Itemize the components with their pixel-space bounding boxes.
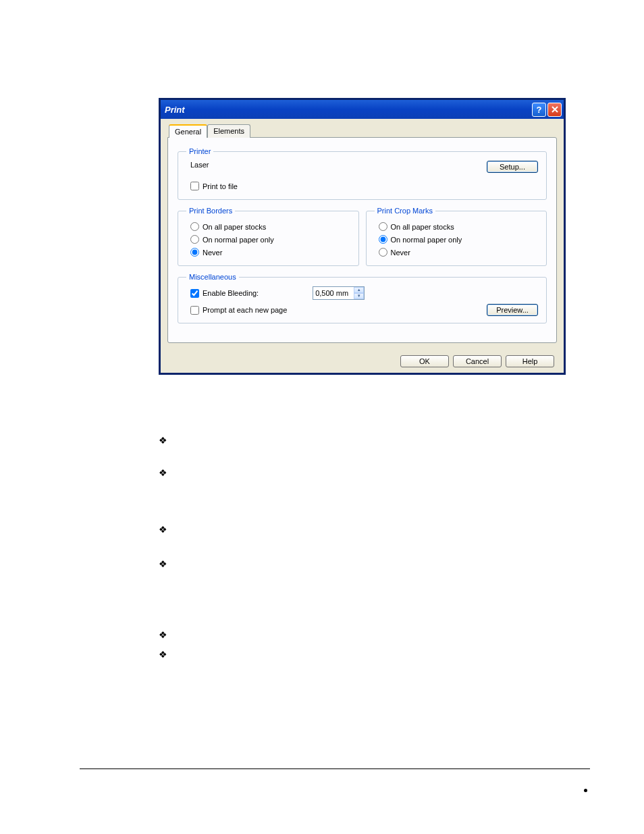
print-borders-legend: Print Borders bbox=[186, 207, 235, 215]
borders-radio-never-input[interactable] bbox=[190, 248, 199, 257]
tab-general[interactable]: General bbox=[169, 124, 207, 138]
print-crop-group: Print Crop Marks On all paper stocks On … bbox=[366, 207, 547, 266]
spinner-up-icon[interactable]: ▲ bbox=[354, 287, 364, 293]
dialog-title: Print bbox=[165, 105, 531, 115]
print-to-file-row[interactable]: Print to file bbox=[186, 180, 538, 192]
bullet-icon: ❖ bbox=[159, 558, 172, 569]
borders-radio-all[interactable]: On all paper stocks bbox=[186, 220, 350, 233]
printer-name: Laser bbox=[190, 161, 209, 169]
tab-elements[interactable]: Elements bbox=[207, 124, 250, 138]
crop-radio-all[interactable]: On all paper stocks bbox=[375, 220, 539, 233]
borders-radio-normal[interactable]: On normal paper only bbox=[186, 233, 350, 246]
enable-bleeding-checkbox[interactable] bbox=[190, 289, 199, 298]
bleed-input[interactable] bbox=[313, 289, 354, 297]
bullet-icon: ❖ bbox=[159, 629, 172, 640]
borders-radio-never[interactable]: Never bbox=[186, 246, 350, 259]
bleed-spinner-buttons: ▲ ▼ bbox=[354, 287, 364, 299]
borders-radio-all-input[interactable] bbox=[190, 222, 199, 231]
tab-bar: General Elements bbox=[167, 124, 557, 138]
printer-legend: Printer bbox=[186, 147, 213, 155]
bullet-icon: ❖ bbox=[159, 435, 172, 446]
crop-radio-never[interactable]: Never bbox=[375, 246, 539, 259]
bleed-spinner[interactable]: ▲ ▼ bbox=[313, 286, 365, 300]
print-borders-group: Print Borders On all paper stocks On nor… bbox=[178, 207, 359, 266]
print-dialog: Print ? General Elements Printer Laser S… bbox=[159, 98, 566, 375]
print-to-file-checkbox[interactable] bbox=[190, 182, 199, 190]
print-crop-legend: Print Crop Marks bbox=[375, 207, 436, 215]
bullet-icon: ❖ bbox=[159, 524, 172, 535]
prompt-label: Prompt at each new page bbox=[203, 306, 287, 314]
tab-panel-general: Printer Laser Setup... Print to file Pri… bbox=[167, 137, 557, 343]
crop-radio-all-input[interactable] bbox=[379, 222, 387, 231]
dialog-button-row: OK Cancel Help bbox=[161, 350, 564, 373]
prompt-checkbox[interactable] bbox=[190, 306, 199, 315]
footer-dot-icon bbox=[584, 789, 587, 792]
enable-bleeding-row[interactable]: Enable Bleeding: bbox=[190, 289, 259, 298]
prompt-row[interactable]: Prompt at each new page bbox=[190, 306, 287, 315]
help-title-button[interactable]: ? bbox=[532, 103, 546, 117]
printer-group: Printer Laser Setup... Print to file bbox=[178, 147, 547, 200]
borders-radio-normal-input[interactable] bbox=[190, 235, 199, 244]
bullet-icon: ❖ bbox=[159, 649, 172, 660]
footer-divider bbox=[80, 768, 590, 769]
help-button[interactable]: Help bbox=[506, 355, 554, 367]
misc-group: Miscellaneous Enable Bleeding: ▲ ▼ bbox=[178, 273, 547, 323]
cancel-button[interactable]: Cancel bbox=[453, 355, 502, 367]
spinner-down-icon[interactable]: ▼ bbox=[354, 293, 364, 299]
ok-button[interactable]: OK bbox=[400, 355, 449, 367]
close-icon bbox=[552, 106, 558, 113]
dialog-body: General Elements Printer Laser Setup... … bbox=[161, 119, 564, 350]
close-title-button[interactable] bbox=[547, 103, 562, 117]
enable-bleeding-label: Enable Bleeding: bbox=[203, 289, 259, 297]
crop-radio-normal-input[interactable] bbox=[379, 235, 387, 244]
misc-legend: Miscellaneous bbox=[186, 273, 239, 281]
bullet-icon: ❖ bbox=[159, 467, 172, 478]
print-to-file-label: Print to file bbox=[203, 182, 238, 190]
crop-radio-normal[interactable]: On normal paper only bbox=[375, 233, 539, 246]
setup-button[interactable]: Setup... bbox=[487, 161, 538, 173]
crop-radio-never-input[interactable] bbox=[379, 248, 387, 257]
preview-button[interactable]: Preview... bbox=[487, 304, 538, 316]
titlebar: Print ? bbox=[161, 100, 564, 119]
